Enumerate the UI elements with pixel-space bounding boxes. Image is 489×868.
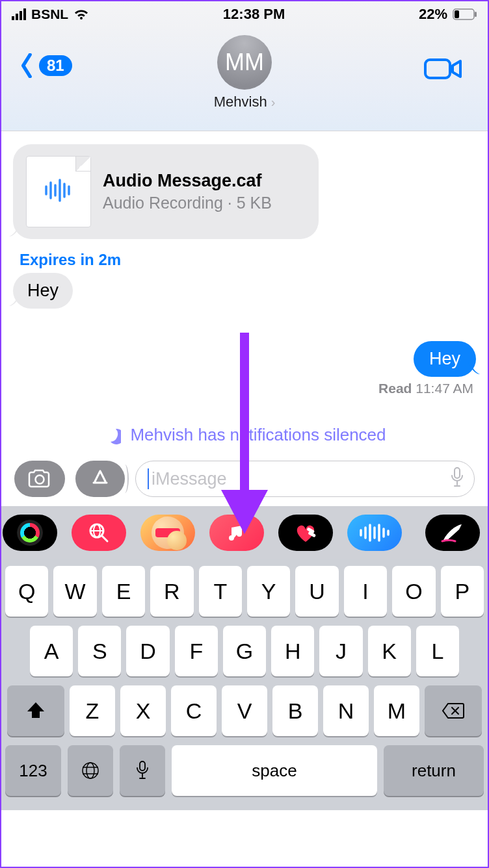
microphone-icon [135, 760, 150, 781]
key-o[interactable]: O [392, 566, 435, 617]
key-q[interactable]: Q [5, 566, 48, 617]
notifications-silenced-label: Mehvish has notifications silenced [13, 425, 476, 445]
app-digital-touch[interactable] [278, 515, 333, 551]
key-x[interactable]: X [120, 685, 166, 736]
conversation-body[interactable]: Audio Message.caf Audio Recording · 5 KB… [1, 131, 488, 445]
numbers-key[interactable]: 123 [5, 745, 61, 796]
wifi-icon [73, 8, 89, 21]
svg-rect-1 [475, 12, 477, 17]
camera-icon [27, 469, 52, 489]
camera-button[interactable] [14, 461, 65, 497]
space-key[interactable]: space [172, 745, 377, 796]
memoji-icon [152, 517, 184, 549]
dictation-button[interactable] [449, 466, 465, 491]
status-bar: BSNL 12:38 PM 22% [1, 1, 488, 27]
key-h[interactable]: H [271, 626, 314, 676]
svg-rect-29 [140, 761, 145, 771]
conversation-header: 81 MM Mehvish › [1, 27, 488, 131]
music-note-icon [226, 522, 247, 543]
compose-row: iMessage [1, 445, 488, 506]
activity-rings-icon [17, 520, 43, 546]
key-w[interactable]: W [53, 566, 96, 617]
key-r[interactable]: R [150, 566, 193, 617]
bubble-tail-icon [9, 225, 21, 236]
moon-icon [103, 426, 121, 444]
search-globe-icon [87, 521, 111, 544]
expiry-label: Expires in 2m [20, 251, 476, 269]
keyboard: QWERTYUIOP ASDFGHJKL ZXCVBNM 123 space r… [1, 559, 488, 810]
dictate-key[interactable] [120, 745, 165, 796]
bubble-tail-icon [9, 294, 21, 306]
key-g[interactable]: G [223, 626, 266, 676]
appstore-icon [88, 467, 112, 491]
waveform-icon [44, 177, 73, 206]
facetime-button[interactable] [424, 56, 463, 84]
key-z[interactable]: Z [70, 685, 115, 736]
svg-point-26 [86, 763, 94, 778]
key-i[interactable]: I [344, 566, 387, 617]
key-e[interactable]: E [102, 566, 145, 617]
battery-percent: 22% [419, 6, 447, 23]
backspace-key[interactable] [425, 685, 482, 736]
file-thumbnail [26, 156, 91, 227]
contact-name-button[interactable]: Mehvish › [214, 94, 276, 110]
key-k[interactable]: K [368, 626, 411, 676]
battery-icon [453, 8, 477, 20]
globe-icon [81, 761, 100, 780]
cell-signal-icon [12, 8, 26, 20]
unread-count-badge: 81 [39, 55, 72, 76]
status-time: 12:38 PM [223, 6, 285, 23]
key-j[interactable]: J [319, 626, 362, 676]
svg-rect-11 [455, 468, 460, 478]
imessage-app-strip[interactable] [1, 506, 488, 559]
back-button[interactable]: 81 [18, 53, 72, 78]
app-handwriting[interactable] [425, 515, 480, 551]
message-input[interactable]: iMessage [135, 461, 475, 497]
heart-fingers-icon [293, 522, 319, 543]
bubble-tail-icon [468, 363, 480, 374]
svg-point-25 [83, 763, 98, 778]
key-n[interactable]: N [323, 685, 369, 736]
pen-swoosh-icon [440, 522, 466, 544]
read-receipt: Read 11:47 AM [13, 381, 473, 396]
svg-point-10 [36, 476, 44, 484]
message-placeholder: iMessage [152, 469, 227, 489]
svg-rect-3 [425, 60, 450, 78]
microphone-icon [449, 466, 465, 489]
contact-name: Mehvish [214, 94, 267, 110]
carrier-label: BSNL [31, 6, 68, 22]
key-p[interactable]: P [441, 566, 484, 617]
avatar[interactable]: MM [217, 35, 272, 90]
app-audio[interactable] [347, 515, 402, 551]
return-key[interactable]: return [384, 745, 484, 796]
key-l[interactable]: L [416, 626, 459, 676]
key-y[interactable]: Y [247, 566, 290, 617]
globe-key[interactable] [68, 745, 113, 796]
file-subtitle: Audio Recording · 5 KB [103, 194, 272, 212]
shift-icon [26, 701, 46, 721]
shift-key[interactable] [7, 685, 64, 736]
key-m[interactable]: M [374, 685, 419, 736]
key-a[interactable]: A [30, 626, 73, 676]
key-u[interactable]: U [295, 566, 338, 617]
key-t[interactable]: T [199, 566, 242, 617]
app-memoji[interactable] [140, 515, 195, 551]
key-b[interactable]: B [272, 685, 318, 736]
key-d[interactable]: D [126, 626, 169, 676]
app-images[interactable] [72, 515, 126, 551]
message-outgoing[interactable]: Hey [414, 341, 476, 377]
key-f[interactable]: F [175, 626, 218, 676]
key-c[interactable]: C [171, 685, 217, 736]
sound-wave-icon [358, 524, 391, 542]
text-cursor-icon [148, 468, 149, 489]
svg-line-13 [102, 536, 107, 541]
chevron-right-icon: › [271, 95, 276, 110]
app-activity[interactable] [3, 515, 57, 551]
app-music[interactable] [209, 515, 264, 551]
key-s[interactable]: S [78, 626, 121, 676]
message-incoming[interactable]: Hey [13, 273, 73, 309]
apps-button[interactable] [75, 461, 125, 497]
message-audio-file[interactable]: Audio Message.caf Audio Recording · 5 KB [13, 144, 319, 239]
svg-rect-2 [455, 10, 459, 18]
key-v[interactable]: V [222, 685, 267, 736]
